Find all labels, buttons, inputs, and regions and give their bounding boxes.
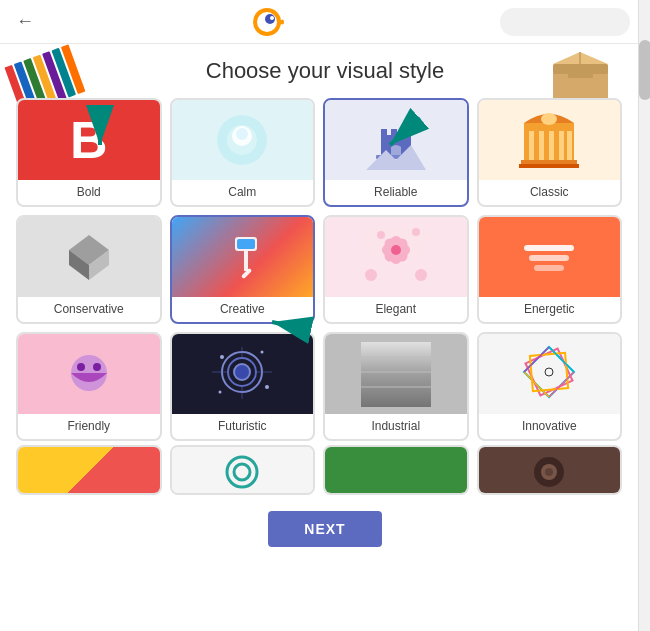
svg-rect-42	[237, 239, 255, 249]
classic-thumb	[479, 100, 621, 180]
svg-point-64	[261, 350, 264, 353]
svg-point-63	[220, 355, 224, 359]
row4-4-thumb	[479, 447, 621, 495]
reliable-label: Reliable	[325, 180, 467, 205]
svg-line-79	[549, 347, 574, 372]
svg-point-62	[234, 364, 250, 380]
svg-rect-33	[559, 131, 564, 163]
style-card-creative[interactable]: Creative	[170, 215, 316, 324]
style-card-row4-2[interactable]	[170, 445, 316, 495]
logo	[250, 5, 284, 39]
svg-rect-54	[524, 245, 574, 251]
svg-point-78	[545, 368, 553, 376]
svg-point-22	[236, 128, 248, 140]
creative-thumb	[172, 217, 314, 297]
svg-point-65	[265, 385, 269, 389]
style-grid-row4	[0, 445, 638, 503]
svg-point-87	[545, 468, 553, 476]
svg-point-59	[93, 363, 101, 371]
calm-thumb	[172, 100, 314, 180]
industrial-thumb	[325, 334, 467, 414]
style-card-conservative[interactable]: Conservative	[16, 215, 162, 324]
elegant-label: Elegant	[325, 297, 467, 322]
svg-point-53	[412, 228, 420, 236]
style-card-bold[interactable]: B Bold	[16, 98, 162, 207]
bold-label: Bold	[18, 180, 160, 205]
style-card-friendly[interactable]: Friendly	[16, 332, 162, 441]
elegant-thumb	[325, 217, 467, 297]
calm-label: Calm	[172, 180, 314, 205]
industrial-label: Industrial	[325, 414, 467, 439]
style-card-reliable[interactable]: Reliable	[323, 98, 469, 207]
svg-rect-55	[529, 255, 569, 261]
svg-line-82	[524, 347, 549, 372]
svg-point-51	[415, 269, 427, 281]
svg-point-66	[219, 390, 222, 393]
svg-rect-32	[549, 131, 554, 163]
svg-rect-34	[567, 131, 572, 163]
header: ←	[0, 0, 650, 44]
svg-rect-36	[519, 164, 579, 168]
next-button-wrapper: NEXT	[0, 503, 650, 557]
row4-3-thumb	[325, 447, 467, 495]
style-card-row4-1[interactable]	[16, 445, 162, 495]
futuristic-label: Futuristic	[172, 414, 314, 439]
innovative-label: Innovative	[479, 414, 621, 439]
svg-rect-35	[521, 160, 577, 164]
page-title: Choose your visual style	[0, 44, 650, 94]
conservative-thumb	[18, 217, 160, 297]
row4-1-thumb	[18, 447, 160, 495]
svg-rect-26	[401, 129, 407, 139]
svg-rect-31	[539, 131, 544, 163]
style-card-innovative[interactable]: Innovative	[477, 332, 623, 441]
next-button[interactable]: NEXT	[268, 511, 381, 547]
scrollbar-thumb[interactable]	[639, 40, 650, 100]
svg-point-84	[234, 464, 250, 480]
svg-point-52	[377, 231, 385, 239]
conservative-label: Conservative	[18, 297, 160, 322]
svg-point-58	[77, 363, 85, 371]
style-card-row4-4[interactable]	[477, 445, 623, 495]
friendly-thumb	[18, 334, 160, 414]
style-card-futuristic[interactable]: Futuristic	[170, 332, 316, 441]
svg-line-81	[524, 372, 549, 397]
logo-icon	[250, 5, 284, 39]
search-bar[interactable]	[500, 8, 630, 36]
svg-rect-30	[529, 131, 534, 163]
svg-point-3	[270, 16, 274, 20]
svg-line-80	[549, 372, 574, 397]
svg-rect-71	[361, 342, 431, 407]
bold-thumb: B	[18, 100, 160, 180]
svg-point-83	[227, 457, 257, 487]
svg-rect-24	[381, 129, 387, 139]
scrollbar[interactable]	[638, 0, 650, 631]
energetic-thumb	[479, 217, 621, 297]
creative-label: Creative	[172, 297, 314, 322]
svg-point-50	[365, 269, 377, 281]
style-card-industrial[interactable]: Industrial	[323, 332, 469, 441]
style-card-energetic[interactable]: Energetic	[477, 215, 623, 324]
classic-label: Classic	[479, 180, 621, 205]
svg-rect-43	[244, 251, 248, 271]
style-grid: B Bold Calm	[0, 94, 638, 449]
style-card-calm[interactable]: Calm	[170, 98, 316, 207]
svg-point-49	[391, 245, 401, 255]
innovative-thumb	[479, 334, 621, 414]
style-card-row4-3[interactable]	[323, 445, 469, 495]
style-card-classic[interactable]: Classic	[477, 98, 623, 207]
style-card-elegant[interactable]: Elegant	[323, 215, 469, 324]
futuristic-thumb	[172, 334, 314, 414]
reliable-thumb	[325, 100, 467, 180]
energetic-label: Energetic	[479, 297, 621, 322]
row4-2-thumb	[172, 447, 314, 495]
back-button[interactable]: ←	[16, 11, 34, 32]
svg-rect-37	[541, 113, 557, 125]
svg-rect-56	[534, 265, 564, 271]
friendly-label: Friendly	[18, 414, 160, 439]
svg-rect-25	[391, 129, 397, 139]
